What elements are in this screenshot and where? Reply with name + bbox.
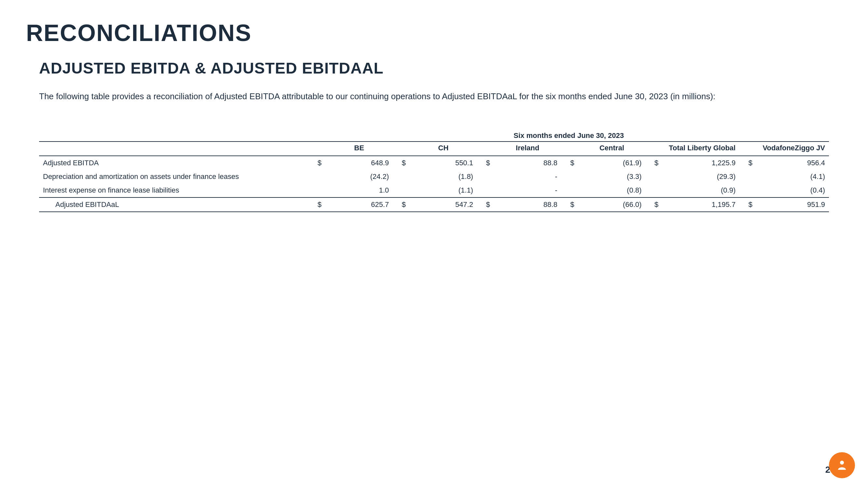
ch-value: 550.1	[410, 156, 477, 170]
vodafoneziggo-value: 956.4	[756, 156, 829, 170]
total-liberty-currency-header	[646, 141, 662, 156]
vodafoneziggo-currency	[739, 184, 756, 197]
description-text: The following table provides a reconcili…	[26, 90, 742, 103]
central-value: (3.3)	[578, 170, 646, 184]
total-liberty-label: Total Liberty Global	[666, 144, 736, 152]
be-currency	[309, 170, 326, 184]
ch-value: (1.1)	[410, 184, 477, 197]
central-col-header: Central	[578, 141, 646, 156]
total-liberty-value: (29.3)	[662, 170, 739, 184]
ch-value: 547.2	[410, 197, 477, 212]
central-value: (61.9)	[578, 156, 646, 170]
page-title: RECONCILIATIONS	[26, 20, 842, 46]
ch-currency	[393, 170, 410, 184]
vodafoneziggo-value: (0.4)	[756, 184, 829, 197]
central-currency-header	[561, 141, 578, 156]
ireland-value: -	[494, 170, 561, 184]
total-liberty-currency	[646, 184, 662, 197]
section-subtitle: ADJUSTED EBITDA & ADJUSTED EBITDAaL	[26, 59, 842, 77]
brand-badge	[829, 452, 855, 478]
table-row-total: Adjusted EBITDAaL $ 625.7 $ 547.2 $ 88.8…	[39, 197, 829, 212]
be-col-header: BE	[326, 141, 393, 156]
total-liberty-currency: $	[646, 197, 662, 212]
total-liberty-value: 1,225.9	[662, 156, 739, 170]
ireland-col-header: Ireland	[494, 141, 561, 156]
vodafoneziggo-col-header: VodafoneZiggo JV	[756, 141, 829, 156]
vodafoneziggo-value: 951.9	[756, 197, 829, 212]
vodafoneziggo-label: VodafoneZiggo JV	[760, 144, 825, 152]
vodafoneziggo-value: (4.1)	[756, 170, 829, 184]
table-container: Six months ended June 30, 2023 BE CH Ire…	[26, 129, 842, 212]
total-liberty-value: (0.9)	[662, 184, 739, 197]
total-liberty-currency: $	[646, 156, 662, 170]
total-liberty-currency	[646, 170, 662, 184]
ireland-value: 88.8	[494, 156, 561, 170]
ireland-currency: $	[477, 197, 494, 212]
central-currency: $	[561, 156, 578, 170]
central-value: (0.8)	[578, 184, 646, 197]
ch-value: (1.8)	[410, 170, 477, 184]
empty-header	[39, 129, 309, 141]
table-row: Adjusted EBITDA $ 648.9 $ 550.1 $ 88.8 $…	[39, 156, 829, 170]
be-value: (24.2)	[326, 170, 393, 184]
vodafoneziggo-currency	[739, 170, 756, 184]
central-currency	[561, 170, 578, 184]
ireland-value: 88.8	[494, 197, 561, 212]
central-currency	[561, 184, 578, 197]
be-value: 648.9	[326, 156, 393, 170]
period-label: Six months ended June 30, 2023	[309, 129, 829, 141]
total-liberty-value: 1,195.7	[662, 197, 739, 212]
ireland-value: -	[494, 184, 561, 197]
central-currency: $	[561, 197, 578, 212]
ireland-currency	[477, 184, 494, 197]
vodafoneziggo-currency: $	[739, 197, 756, 212]
ch-currency: $	[393, 156, 410, 170]
table-row: Depreciation and amortization on assets …	[39, 170, 829, 184]
be-currency: $	[309, 156, 326, 170]
table-row: Interest expense on finance lease liabil…	[39, 184, 829, 197]
total-liberty-col-header: Total Liberty Global	[662, 141, 739, 156]
be-value: 1.0	[326, 184, 393, 197]
ch-col-header: CH	[410, 141, 477, 156]
vodafoneziggo-currency-header	[739, 141, 756, 156]
column-headers-row: BE CH Ireland Central Total Liberty Glob…	[39, 141, 829, 156]
central-value: (66.0)	[578, 197, 646, 212]
ch-currency-header	[393, 141, 410, 156]
reconciliation-table: Six months ended June 30, 2023 BE CH Ire…	[39, 129, 829, 212]
ireland-currency-header	[477, 141, 494, 156]
vodafoneziggo-currency: $	[739, 156, 756, 170]
be-value: 625.7	[326, 197, 393, 212]
be-currency: $	[309, 197, 326, 212]
badge-icon	[835, 459, 848, 472]
total-label: Adjusted EBITDAaL	[39, 197, 309, 212]
ch-currency	[393, 184, 410, 197]
ireland-currency: $	[477, 156, 494, 170]
ch-currency: $	[393, 197, 410, 212]
label-col-header	[39, 141, 309, 156]
ireland-currency	[477, 170, 494, 184]
row-label: Depreciation and amortization on assets …	[39, 170, 309, 184]
be-currency-header	[309, 141, 326, 156]
svg-point-0	[840, 461, 844, 464]
be-currency	[309, 184, 326, 197]
row-label: Adjusted EBITDA	[39, 156, 309, 170]
row-label: Interest expense on finance lease liabil…	[39, 184, 309, 197]
period-header-row: Six months ended June 30, 2023	[39, 129, 829, 141]
